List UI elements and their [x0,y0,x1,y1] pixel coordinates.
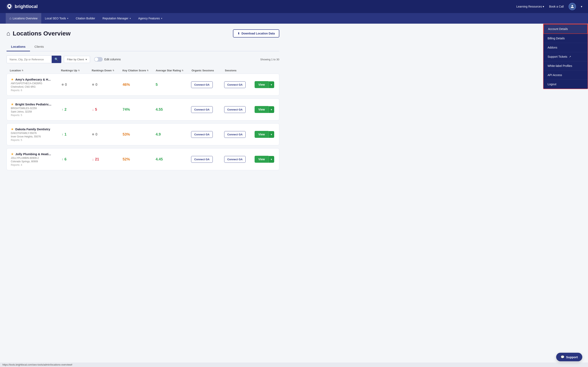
location-row: ★ Dakota Family Dentistry DAKOTAFAMILY-5… [7,123,279,145]
location-name-row-4: ★ Jolly Plumbing & Heati... [11,152,62,156]
search-input[interactable] [7,56,52,63]
dot-neutral-down-3 [92,133,94,135]
dot-neutral-up-1 [62,83,64,86]
view-button-3[interactable]: View [255,131,268,138]
nav-item-reputation-manager[interactable]: Reputation Manager ▾ [99,13,135,24]
learning-resources-link[interactable]: Learning Resources ▾ [516,5,544,8]
avatar-button[interactable] [569,3,576,10]
nav-label-citation-builder: Citation Builder [76,17,95,20]
rankings-down-3: 0 [92,132,122,137]
rankings-up-1: 0 [62,83,92,87]
location-name-3: Dakota Family Dentistry [15,127,50,131]
connect-ga-organic-1[interactable]: Connect GA [191,81,213,88]
citation-score-3: 53% [122,132,156,137]
view-btn-wrapper-3: View ▾ [255,131,275,138]
dropdown-item-addons[interactable]: Addons [544,43,588,52]
top-bar: brightlocal Learning Resources ▾ Book a … [0,0,588,13]
view-btn-arrow-3[interactable]: ▾ [268,131,274,138]
page-title-home-icon: ⌂ [7,30,10,37]
location-code-1: AMYSAPOTHECA-CM26RG [11,82,62,85]
filters-row: 🔍 Filter by Client ▾ Edit columns Showin… [7,55,279,63]
top-bar-right: Learning Resources ▾ Book a Call ▾ [516,3,582,10]
connect-ga-sessions-1[interactable]: Connect GA [224,81,246,88]
download-icon: ⬇ [237,32,240,35]
tab-clients[interactable]: Clients [30,42,48,51]
th-sessions: Sessions [225,69,255,72]
sessions-3: Connect GA [224,131,255,138]
page-header: ⌂ Locations Overview ⬇ Download Location… [7,29,279,38]
view-btn-arrow-2[interactable]: ▾ [268,106,274,113]
api-access-label: API Access [548,73,562,77]
view-button-2[interactable]: View [255,106,268,113]
location-city-3: Inver Grove Heights, 55076 [11,135,62,138]
nav-item-citation-builder[interactable]: Citation Builder [72,13,99,24]
filter-by-client-label: Filter by Client [67,58,84,61]
dropdown-item-billing-details[interactable]: Billing Details [544,34,588,43]
view-button-4[interactable]: View [255,156,268,163]
connect-ga-sessions-3[interactable]: Connect GA [224,131,246,138]
organic-sessions-1: Connect GA [191,81,224,88]
location-city-1: Chelmsford, CM2 6RG [11,85,62,88]
location-reports-2: Reports: 5 [11,114,62,117]
th-rankings-up-sort[interactable]: ⇅ [78,69,80,72]
dropdown-item-white-label-profiles[interactable]: White-label Profiles [544,61,588,71]
edit-columns-toggle[interactable] [94,57,103,62]
logo: brightlocal [6,3,38,10]
view-btn-arrow-1[interactable]: ▾ [268,81,274,88]
th-citation-sort[interactable]: ⇅ [147,69,148,72]
search-button[interactable]: 🔍 [52,56,61,63]
th-avg-star-sort[interactable]: ⇅ [182,69,183,72]
connect-ga-sessions-4[interactable]: Connect GA [224,156,246,163]
download-btn-label: Download Location Data [242,32,275,35]
nav-item-local-seo-tools[interactable]: Local SEO Tools ▾ [41,13,72,24]
nav-item-agency-features[interactable]: Agency Features ▾ [135,13,166,24]
sessions-1: Connect GA [224,81,255,88]
location-row: ★ Bright Smiles Pediatric... BRIGHTSMILE… [7,99,279,120]
tab-locations[interactable]: Locations [7,42,30,51]
logo-text: brightlocal [15,4,38,9]
search-icon: 🔍 [54,58,58,61]
star-icon-2[interactable]: ★ [11,102,14,106]
logout-label: Logout [548,83,556,86]
location-code-4: JOLLYPLUMBIN-80909-2 [11,157,62,159]
connect-ga-organic-4[interactable]: Connect GA [191,156,213,163]
connect-ga-organic-2[interactable]: Connect GA [191,106,213,113]
star-icon-1[interactable]: ★ [11,77,14,81]
external-link-icon: ↗ [569,55,571,58]
th-sessions-label: Sessions [225,69,236,72]
download-location-data-button[interactable]: ⬇ Download Location Data [233,29,279,38]
account-details-label: Account Details [548,27,568,31]
dropdown-item-account-details[interactable]: Account Details [544,24,588,34]
learning-resources-chevron: ▾ [543,5,544,8]
support-tickets-label: Support Tickets [548,55,567,58]
location-code-3: DAKOTAFAMILY-55076 [11,132,62,134]
book-call-label: Book a Call [549,5,564,8]
local-seo-chevron: ▾ [67,17,68,20]
th-location-sort[interactable]: ⇅ [22,69,23,72]
dropdown-item-api-access[interactable]: API Access [544,71,588,80]
filter-by-client-chevron: ▾ [86,58,87,61]
locations-list: ★ Amy's Apothecary & H... AMYSAPOTHECA-C… [7,74,279,170]
book-call-link[interactable]: Book a Call [549,5,564,8]
avg-star-3: 4.9 [156,132,191,137]
connect-ga-sessions-2[interactable]: Connect GA [224,106,246,113]
location-name-2: Bright Smiles Pediatric... [15,103,52,106]
nav-label-reputation-manager: Reputation Manager [103,17,129,20]
view-btn-arrow-4[interactable]: ▾ [268,156,274,163]
dropdown-item-logout[interactable]: Logout [544,80,588,89]
dropdown-item-support-tickets[interactable]: Support Tickets ↗ [544,52,588,61]
arrow-down-2 [92,108,94,112]
star-icon-4[interactable]: ★ [11,152,14,156]
nav-bar: ⌂ Locations Overview Local SEO Tools ▾ C… [0,13,588,24]
th-rankings-down-sort[interactable]: ⇅ [112,69,114,72]
th-rankings-up: Rankings Up ⇅ [61,69,92,72]
connect-ga-organic-3[interactable]: Connect GA [191,131,213,138]
view-button-1[interactable]: View [255,81,268,88]
th-location: Location ⇅ [10,69,61,72]
sessions-2: Connect GA [224,106,255,113]
star-icon-3[interactable]: ★ [11,127,14,131]
filter-by-client-dropdown[interactable]: Filter by Client ▾ [64,56,90,63]
nav-item-locations-overview[interactable]: ⌂ Locations Overview [6,13,41,24]
rankings-down-2: 5 [92,108,122,112]
home-icon: ⌂ [9,17,11,20]
